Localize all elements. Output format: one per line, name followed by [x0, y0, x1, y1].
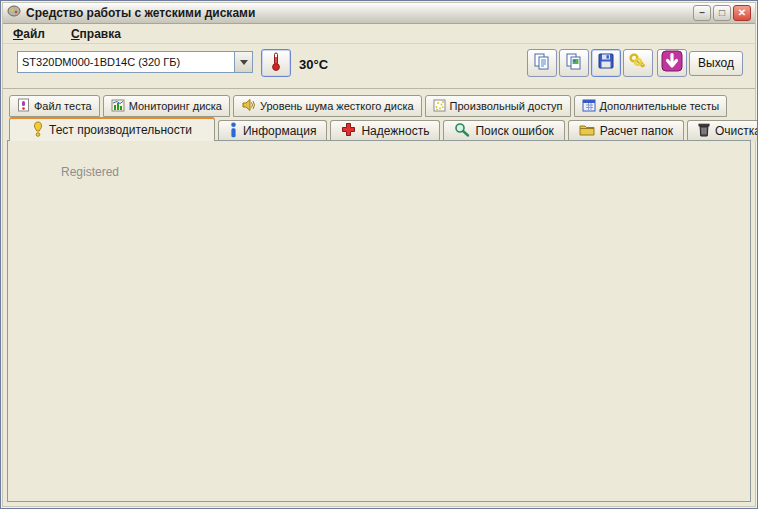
extra-tests-icon: [582, 99, 596, 114]
benchmark-icon: [32, 121, 44, 140]
tab-erase[interactable]: Очистка: [687, 120, 758, 141]
tab-label: Расчет папок: [600, 124, 673, 138]
tab-label: Дополнительные тесты: [600, 100, 720, 112]
toolbar: ST320DM000-1BD14C (320 ГБ) 30°C: [3, 45, 755, 89]
tab-label: Произвольный доступ: [450, 100, 563, 112]
tab-disk-monitor[interactable]: Мониторинг диска: [103, 95, 230, 117]
plot-watermark: Registered: [61, 165, 119, 179]
menu-file-rest: айл: [23, 27, 45, 41]
tab-label: Поиск ошибок: [475, 124, 553, 138]
sub-tab-strip: Файл теста Мониторинг диска Уровень шума…: [9, 95, 727, 117]
health-cross-icon: [341, 122, 356, 140]
test-file-icon: [17, 98, 30, 114]
menu-help-rest: правка: [80, 27, 121, 41]
tab-label: Очистка: [715, 124, 758, 138]
tab-label: Мониторинг диска: [129, 100, 222, 112]
tab-extra-tests[interactable]: Дополнительные тесты: [574, 95, 728, 117]
copy-image-button[interactable]: [559, 49, 589, 77]
tab-label: Надежность: [361, 124, 429, 138]
chevron-down-icon: [240, 60, 248, 65]
benchmark-page: [7, 140, 751, 502]
register-keys-button[interactable]: [623, 49, 653, 77]
copy-image-icon: [565, 52, 583, 74]
tab-test-file[interactable]: Файл теста: [9, 95, 100, 117]
info-icon: [229, 122, 238, 141]
magnifier-icon: [454, 122, 470, 140]
tab-random-access[interactable]: Произвольный доступ: [425, 95, 571, 117]
copy-text-button[interactable]: [527, 49, 557, 77]
save-button[interactable]: [591, 49, 621, 77]
menu-file[interactable]: Файл: [13, 27, 45, 41]
tab-folder-usage[interactable]: Расчет папок: [568, 120, 684, 141]
close-button[interactable]: ✕: [733, 5, 751, 21]
trash-icon: [698, 122, 710, 140]
tab-label: Информация: [243, 124, 316, 138]
menu-file-accel: Ф: [13, 27, 23, 41]
minimize-button[interactable]: –: [693, 5, 711, 21]
thermometer-icon: [270, 51, 282, 75]
tab-health[interactable]: Надежность: [330, 120, 440, 141]
app-window: Средство работы с жетскими дисками – □ ✕…: [0, 0, 758, 509]
download-arrow-icon: [661, 50, 683, 76]
save-icon: [597, 52, 615, 74]
app-icon: [7, 4, 21, 22]
tab-info[interactable]: Информация: [218, 120, 327, 141]
maximize-button[interactable]: □: [713, 5, 731, 21]
menu-help-accel: С: [71, 27, 80, 41]
menu-bar: Файл Справка: [3, 24, 755, 44]
tab-benchmark[interactable]: Тест производительности: [9, 117, 215, 141]
tab-error-scan[interactable]: Поиск ошибок: [443, 120, 564, 141]
download-button[interactable]: [657, 49, 687, 77]
folder-icon: [579, 123, 595, 139]
temperature-value: 30°C: [299, 57, 328, 72]
title-bar: Средство работы с жетскими дисками – □ ✕: [3, 3, 755, 24]
keys-icon: [628, 52, 648, 74]
random-access-icon: [433, 99, 446, 114]
tab-label: Файл теста: [34, 100, 92, 112]
window-title: Средство работы с жетскими дисками: [26, 6, 255, 20]
tab-noise-level[interactable]: Уровень шума жесткого диска: [233, 95, 422, 117]
tab-label: Тест производительности: [49, 123, 192, 137]
drive-select-value: ST320DM000-1BD14C (320 ГБ): [18, 56, 234, 68]
disk-monitor-icon: [111, 99, 125, 114]
drive-select-dropdown-button[interactable]: [234, 52, 252, 72]
tab-label: Уровень шума жесткого диска: [260, 100, 414, 112]
temperature-button[interactable]: [261, 49, 291, 77]
copy-text-icon: [533, 52, 551, 74]
drive-select[interactable]: ST320DM000-1BD14C (320 ГБ): [17, 51, 253, 73]
noise-level-icon: [241, 98, 256, 114]
main-tab-strip: Тест производительности Информация Надеж…: [9, 117, 755, 141]
menu-help[interactable]: Справка: [71, 27, 121, 41]
exit-button[interactable]: Выход: [689, 51, 743, 76]
